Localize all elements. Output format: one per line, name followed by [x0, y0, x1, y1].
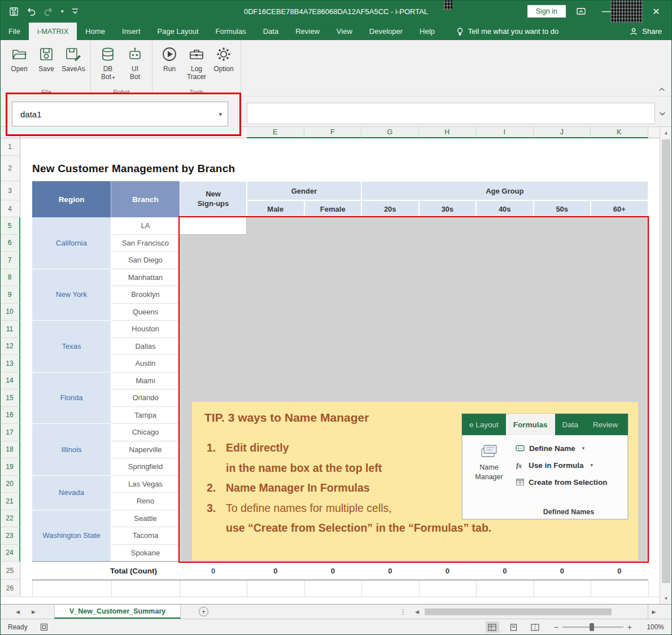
- branch-cell-tacoma[interactable]: Tacoma: [111, 527, 180, 545]
- branch-cell-dallas[interactable]: Dallas: [111, 338, 180, 356]
- row-header-1[interactable]: 1: [0, 138, 20, 156]
- h-scroll-right-button[interactable]: ▶: [648, 605, 660, 619]
- row-header-14[interactable]: 14: [0, 373, 20, 390]
- active-cell[interactable]: [180, 217, 247, 235]
- inset-command-create-from-selection[interactable]: Create from Selection: [516, 474, 624, 491]
- column-header-J[interactable]: J: [534, 127, 591, 138]
- branch-cell-san-francisco[interactable]: San Francisco: [111, 235, 180, 252]
- row-header-7[interactable]: 7: [0, 252, 20, 269]
- region-cell-nevada[interactable]: Nevada: [32, 476, 111, 510]
- column-header-K[interactable]: K: [591, 127, 648, 138]
- ribbon-tab-help[interactable]: Help: [411, 23, 443, 40]
- inset-command-use-in-formula[interactable]: fxUse in Formula▾: [516, 457, 624, 474]
- column-header-H[interactable]: H: [419, 127, 477, 138]
- horizontal-scroll-thumb[interactable]: [425, 608, 612, 615]
- ribbon-tab-review[interactable]: Review: [287, 23, 328, 40]
- branch-cell-san-diego[interactable]: San Diego: [111, 252, 180, 269]
- page-layout-view-button[interactable]: [507, 621, 521, 633]
- sign-in-button[interactable]: Sign in: [527, 5, 566, 17]
- branch-cell-la[interactable]: LA: [111, 217, 180, 235]
- row-header-22[interactable]: 22: [0, 510, 20, 528]
- row-header-11[interactable]: 11: [0, 321, 20, 338]
- close-button[interactable]: ✕: [644, 0, 669, 23]
- region-cell-washington-state[interactable]: Washington State: [32, 510, 111, 562]
- row-header-17[interactable]: 17: [0, 424, 20, 441]
- column-header-I[interactable]: I: [476, 127, 534, 138]
- row-header-24[interactable]: 24: [0, 545, 20, 562]
- redo-icon[interactable]: [43, 7, 54, 16]
- row-header-26[interactable]: 26: [0, 580, 20, 597]
- undo-icon[interactable]: [26, 7, 36, 16]
- region-cell-new-york[interactable]: New York: [32, 269, 111, 321]
- zoom-slider-handle[interactable]: [590, 623, 594, 631]
- branch-cell-miami[interactable]: Miami: [111, 373, 180, 390]
- ribbon-tab-data[interactable]: Data: [255, 23, 287, 40]
- share-button[interactable]: Share: [629, 23, 662, 40]
- ribbon-button-run[interactable]: Run: [156, 43, 183, 73]
- row-header-13[interactable]: 13: [0, 355, 20, 373]
- vertical-scrollbar[interactable]: ▲ ▼: [660, 127, 672, 604]
- column-header-E[interactable]: E: [247, 127, 304, 138]
- branch-cell-las-vegas[interactable]: Las Vegas: [111, 476, 180, 493]
- tell-me-box[interactable]: Tell me what you want to do: [456, 23, 558, 40]
- row-header-25[interactable]: 25: [0, 562, 20, 580]
- row-header-6[interactable]: 6: [0, 235, 20, 252]
- row-header-10[interactable]: 10: [0, 304, 20, 321]
- branch-cell-reno[interactable]: Reno: [111, 493, 180, 510]
- inset-command-define-name[interactable]: Define Name▾: [516, 440, 624, 457]
- row-header-15[interactable]: 15: [0, 389, 20, 407]
- branch-cell-orlando[interactable]: Orlando: [111, 389, 180, 407]
- region-cell-illinois[interactable]: Illinois: [32, 424, 111, 476]
- row-header-2[interactable]: 2: [0, 156, 20, 181]
- region-cell-california[interactable]: California: [32, 217, 111, 269]
- branch-cell-brooklyn[interactable]: Brooklyn: [111, 286, 180, 304]
- row-header-18[interactable]: 18: [0, 441, 20, 459]
- vertical-scroll-thumb[interactable]: [662, 139, 670, 583]
- sheet-nav-left-icon[interactable]: ◀: [16, 605, 20, 619]
- zoom-slider[interactable]: [562, 627, 623, 628]
- region-cell-texas[interactable]: Texas: [32, 321, 111, 373]
- collapse-ribbon-icon[interactable]: [658, 87, 665, 91]
- normal-view-button[interactable]: [486, 621, 499, 633]
- row-header-21[interactable]: 21: [0, 493, 20, 510]
- row-header-20[interactable]: 20: [0, 476, 20, 493]
- zoom-in-icon[interactable]: +: [627, 623, 632, 632]
- ribbon-button-db-bot[interactable]: DB Bot▾: [94, 43, 121, 81]
- branch-cell-manhattan[interactable]: Manhattan: [111, 269, 180, 287]
- customize-qat-icon[interactable]: [71, 8, 79, 15]
- sheet-tab[interactable]: V_New_Customer_Summary: [54, 605, 181, 619]
- row-header-23[interactable]: 23: [0, 527, 20, 545]
- ribbon-tab-view[interactable]: View: [328, 23, 361, 40]
- column-header-F[interactable]: F: [304, 127, 362, 138]
- row-header-19[interactable]: 19: [0, 458, 20, 476]
- branch-cell-chicago[interactable]: Chicago: [111, 424, 180, 441]
- tabbar-overflow-icon[interactable]: ⋮: [400, 605, 407, 619]
- branch-cell-austin[interactable]: Austin: [111, 355, 180, 373]
- page-break-view-button[interactable]: [529, 621, 542, 633]
- name-box[interactable]: data1 ▾: [12, 102, 228, 126]
- ribbon-display-options-icon[interactable]: [576, 7, 586, 16]
- column-header-G[interactable]: G: [361, 127, 419, 138]
- ribbon-tab-formulas[interactable]: Formulas: [207, 23, 255, 40]
- ribbon-tab-i-matrix[interactable]: i-MATRIX: [29, 23, 77, 40]
- ribbon-tab-page-layout[interactable]: Page Layout: [149, 23, 207, 40]
- branch-cell-seattle[interactable]: Seattle: [111, 510, 180, 528]
- row-header-5[interactable]: 5: [0, 217, 20, 235]
- formula-bar-expand-icon[interactable]: [656, 103, 669, 124]
- ribbon-tab-insert[interactable]: Insert: [114, 23, 149, 40]
- zoom-out-icon[interactable]: −: [554, 623, 558, 632]
- ribbon-button-save[interactable]: Save: [33, 43, 60, 73]
- name-manager-button[interactable]: Name Manager: [466, 442, 512, 482]
- sheet-nav-right-icon[interactable]: ▶: [32, 605, 36, 619]
- add-sheet-button[interactable]: +: [199, 607, 208, 616]
- row-header-16[interactable]: 16: [0, 407, 20, 424]
- branch-cell-naperville[interactable]: Naperville: [111, 441, 180, 459]
- zoom-level[interactable]: 100%: [640, 623, 664, 631]
- ribbon-tab-developer[interactable]: Developer: [361, 23, 411, 40]
- scroll-up-icon[interactable]: ▲: [660, 127, 672, 138]
- save-icon[interactable]: [9, 7, 19, 16]
- name-box-dropdown-icon[interactable]: ▾: [219, 111, 222, 118]
- h-scroll-left-icon[interactable]: ◀: [415, 605, 419, 619]
- macro-record-icon[interactable]: [40, 623, 48, 631]
- region-cell-florida[interactable]: Florida: [32, 373, 111, 424]
